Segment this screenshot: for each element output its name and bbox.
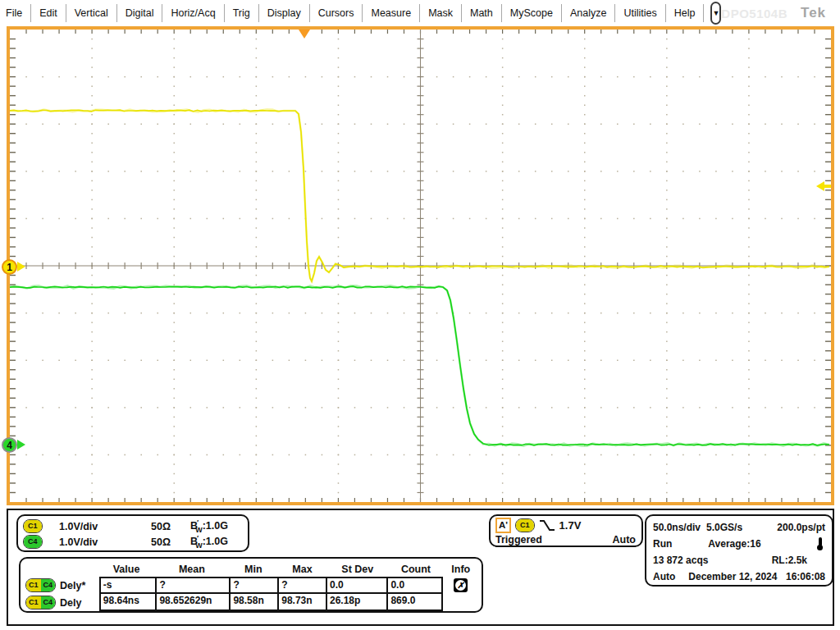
menu-item-mask[interactable]: Mask — [420, 4, 462, 22]
trigger-level-arrow-tail — [824, 185, 831, 188]
channel-row-c4[interactable]: C41.0V/div50ΩB′W:1.0G — [23, 534, 241, 550]
channel-scale: 1.0V/div — [59, 521, 151, 532]
trigger-slope-falling-icon — [539, 518, 555, 532]
measurement-cell-mean: 98.652629n — [155, 592, 231, 611]
channel-bandwidth: B′W:1.0G — [190, 534, 241, 550]
trigger-readout-panel[interactable]: A' C1 1.7V Triggered Auto — [489, 514, 643, 547]
trigger-source-label: A' — [495, 518, 511, 533]
menu-item-measure[interactable]: Measure — [363, 4, 420, 22]
trigger-level-marker[interactable] — [816, 181, 831, 191]
column-header-st-dev: St Dev — [326, 564, 388, 575]
column-header-count: Count — [388, 564, 443, 575]
menu-overflow-button[interactable]: ▼ — [710, 2, 721, 25]
menu-item-file[interactable]: File — [0, 4, 31, 22]
thermometer-icon — [816, 537, 824, 551]
menu-item-utilities[interactable]: Utilities — [615, 4, 665, 22]
measurement-name: Dely* — [60, 580, 85, 591]
menu-item-math[interactable]: Math — [462, 4, 502, 22]
ch1-ground-marker[interactable]: 1 — [2, 259, 17, 275]
acquisition-readout-panel[interactable]: 50.0ns/div 5.0GS/s 200.0ps/pt Run Averag… — [645, 514, 833, 587]
measurement-cell-max: ? — [277, 577, 327, 594]
menu-item-analyze[interactable]: Analyze — [562, 4, 615, 22]
menu-item-cursors[interactable]: Cursors — [310, 4, 363, 22]
graticule — [10, 30, 831, 502]
channel-bandwidth: B′W:1.0G — [190, 518, 241, 534]
measurement-cell-value: 98.64ns — [99, 592, 158, 611]
measurement-cell-st-dev: 0.0 — [326, 577, 388, 594]
measurement-cell-count: 869.0 — [386, 592, 443, 611]
menu-item-vertical[interactable]: Vertical — [66, 4, 117, 22]
column-header-mean: Mean — [155, 564, 229, 575]
measurement-cell-st-dev: 26.18p — [326, 592, 388, 611]
ch4-ground-marker[interactable]: 4 — [2, 437, 17, 453]
column-header-value: Value — [98, 564, 154, 575]
channel-badge-c4: C4 — [23, 535, 43, 549]
column-header-min: Min — [229, 564, 278, 575]
channel-row-c1[interactable]: C11.0V/div50ΩB′W:1.0G — [23, 518, 241, 534]
measurement-row-dely: C1C4Dely*-s???0.00.0✗ — [24, 577, 478, 594]
acquisition-count: 13 872 acqs — [653, 555, 708, 566]
channel-badge-c1c4: C1C4 — [25, 578, 56, 592]
oscilloscope-screen: { "window": { "model": "DPO5104B", "logo… — [0, 0, 840, 630]
measurement-cell-count: 0.0 — [386, 577, 443, 594]
channel-scale: 1.0V/div — [59, 536, 151, 548]
trigger-mode: Auto — [613, 534, 636, 547]
trigger-channel-badge: C1 — [515, 518, 535, 532]
average-readout: Average:16 — [708, 538, 760, 550]
menu-item-help[interactable]: Help — [666, 4, 705, 22]
trigger-level-value: 1.7V — [559, 519, 582, 532]
waveform-display — [7, 26, 834, 505]
menu-item-horiz-acq[interactable]: Horiz/Acq — [162, 4, 224, 22]
measurement-cell-mean: ? — [155, 577, 231, 594]
resolution-value: 200.0ps/pt — [777, 522, 825, 533]
timebase-value: 50.0ns/div — [653, 522, 701, 533]
model-number: DPO5104B — [721, 7, 788, 21]
date-readout: December 12, 2024 — [688, 571, 777, 582]
ch4-ground-arrow-icon — [17, 440, 25, 450]
info-x-icon[interactable]: ✗ — [454, 578, 468, 592]
channel-impedance: 50Ω — [151, 521, 190, 532]
measurement-cell-max: 98.73n — [277, 592, 327, 611]
menu-item-trig[interactable]: Trig — [225, 4, 259, 22]
menu-item-display[interactable]: Display — [259, 4, 310, 22]
column-header-info: Info — [444, 564, 478, 575]
readout-area: C11.0V/div50ΩB′W:1.0GC41.0V/div50ΩB′W:1.… — [7, 509, 834, 626]
channel-readout-panel[interactable]: C11.0V/div50ΩB′W:1.0GC41.0V/div50ΩB′W:1.… — [16, 514, 249, 552]
record-length: RL:2.5k — [772, 555, 807, 566]
measurement-cell-min: 98.58n — [229, 592, 279, 611]
menu-bar: FileEditVerticalDigitalHoriz/AcqTrigDisp… — [0, 0, 840, 26]
measurement-table: ValueMeanMinMaxSt DevCountInfoC1C4Dely*-… — [19, 557, 483, 613]
tek-logo: Tek — [801, 5, 826, 21]
time-readout: 16:06:08 — [786, 571, 825, 582]
column-header-max: Max — [278, 564, 327, 575]
chevron-down-icon: ▼ — [712, 9, 719, 17]
acquisition-state: Run — [653, 538, 672, 550]
channel-impedance: 50Ω — [151, 536, 190, 548]
measurement-row-dely: C1C4Dely98.64ns98.652629n98.58n98.73n26.… — [24, 594, 478, 611]
channel-badge-c1: C1 — [23, 519, 43, 533]
ch1-ground-arrow-icon — [17, 262, 25, 272]
menu-item-digital[interactable]: Digital — [117, 4, 163, 22]
acquisition-mode: Auto — [653, 571, 675, 582]
measurement-cell-min: ? — [229, 577, 279, 594]
sample-rate-value: 5.0GS/s — [706, 522, 742, 533]
channel-badge-c1c4: C1C4 — [25, 596, 56, 609]
menu-item-myscope[interactable]: MyScope — [502, 4, 562, 22]
trigger-status: Triggered — [495, 534, 542, 547]
measurement-header-row: ValueMeanMinMaxSt DevCountInfo — [24, 561, 478, 577]
measurement-cell-value: -s — [99, 577, 158, 594]
measurement-name: Dely — [60, 597, 81, 609]
trigger-position-marker[interactable] — [299, 30, 310, 39]
menu-item-edit[interactable]: Edit — [31, 4, 66, 22]
